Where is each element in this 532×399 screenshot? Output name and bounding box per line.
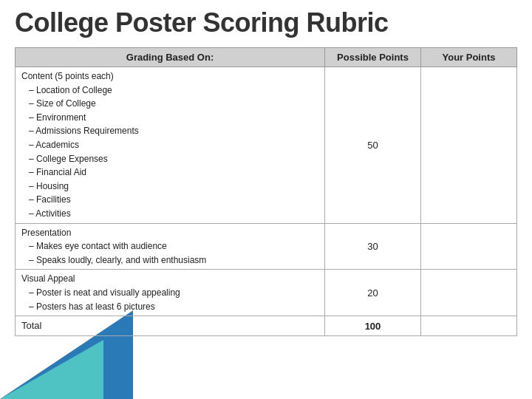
bullet-item: – Makes eye contact with audience bbox=[21, 239, 318, 253]
bullet-item: – Academics bbox=[21, 138, 318, 152]
bullet-item: – Facilities bbox=[21, 193, 318, 207]
grading-cell: Presentation– Makes eye contact with aud… bbox=[16, 223, 325, 270]
bullet-item: – Housing bbox=[21, 180, 318, 194]
header-grading: Grading Based On: bbox=[16, 48, 325, 67]
section-title: Content (5 points each) bbox=[21, 69, 318, 83]
header-possible-points: Possible Points bbox=[325, 48, 421, 67]
header-your-points: Your Points bbox=[421, 48, 517, 67]
your-points-cell[interactable] bbox=[421, 270, 517, 316]
page-title: College Poster Scoring Rubric bbox=[15, 7, 517, 38]
table-row: Visual Appeal– Poster is neat and visual… bbox=[16, 270, 517, 316]
bullet-item: – College Expenses bbox=[21, 152, 318, 166]
section-title: Visual Appeal bbox=[21, 272, 318, 286]
scoring-rubric-table: Grading Based On: Possible Points Your P… bbox=[15, 47, 517, 336]
section-title: Total bbox=[21, 318, 318, 333]
section-title: Presentation bbox=[21, 226, 318, 240]
bullet-item: – Location of College bbox=[21, 83, 318, 98]
possible-points-cell: 100 bbox=[325, 316, 421, 336]
grading-cell: Total bbox=[16, 316, 325, 336]
your-points-cell[interactable] bbox=[421, 316, 517, 336]
possible-points-cell: 50 bbox=[325, 67, 421, 224]
possible-points-cell: 20 bbox=[325, 270, 421, 316]
bullet-item: – Admissions Requirements bbox=[21, 124, 318, 138]
your-points-cell[interactable] bbox=[421, 223, 517, 270]
grading-cell: Visual Appeal– Poster is neat and visual… bbox=[16, 270, 325, 316]
table-row: Total100 bbox=[16, 316, 517, 336]
bullet-item: – Poster is neat and visually appealing bbox=[21, 286, 318, 300]
table-row: Content (5 points each)– Location of Col… bbox=[16, 67, 517, 224]
bullet-item: – Environment bbox=[21, 111, 318, 125]
bullet-item: – Size of College bbox=[21, 97, 318, 111]
bullet-item: – Posters has at least 6 pictures bbox=[21, 300, 318, 314]
grading-cell: Content (5 points each)– Location of Col… bbox=[16, 67, 325, 224]
bullet-item: – Financial Aid bbox=[21, 166, 318, 180]
bullet-item: – Activities bbox=[21, 207, 318, 221]
bullet-item: – Speaks loudly, clearly, and with enthu… bbox=[21, 253, 318, 267]
possible-points-cell: 30 bbox=[325, 223, 421, 270]
table-row: Presentation– Makes eye contact with aud… bbox=[16, 223, 517, 270]
your-points-cell[interactable] bbox=[421, 67, 517, 224]
